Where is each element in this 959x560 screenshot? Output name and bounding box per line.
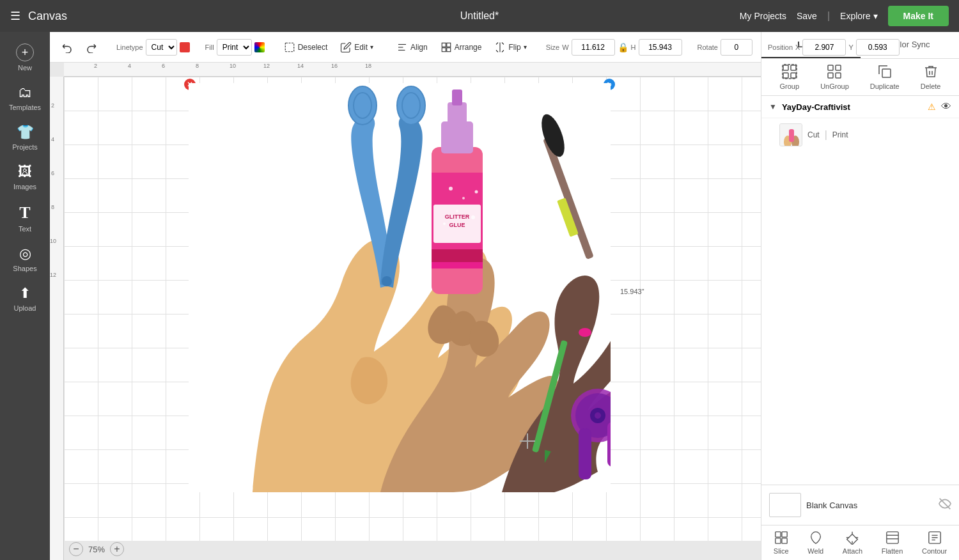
projects-icon: 👕 bbox=[17, 124, 34, 141]
svg-text:GLITTER: GLITTER bbox=[445, 214, 470, 220]
arrange-label: Arrange bbox=[455, 43, 482, 52]
top-nav: ☰ Canvas Untitled* My Projects Save | Ex… bbox=[0, 0, 959, 32]
nav-divider: | bbox=[827, 10, 830, 22]
svg-rect-5 bbox=[446, 43, 450, 47]
slice-button[interactable]: Slice bbox=[774, 531, 789, 555]
height-input[interactable] bbox=[639, 39, 682, 56]
sidebar-item-projects[interactable]: 👕 Projects bbox=[0, 118, 50, 157]
delete-label: Delete bbox=[921, 82, 941, 90]
group-button[interactable]: Group bbox=[780, 64, 800, 90]
nav-right: My Projects Save | Explore ▾ Make It bbox=[740, 6, 949, 26]
deselect-button[interactable]: Deselect bbox=[280, 39, 332, 56]
linetype-label: Linetype bbox=[116, 43, 143, 51]
ruler-mark-v: 4 bbox=[51, 136, 54, 143]
sidebar-item-text[interactable]: T Text bbox=[0, 197, 50, 239]
svg-rect-50 bbox=[836, 65, 841, 70]
zoom-out-button[interactable]: − bbox=[69, 542, 83, 556]
svg-rect-57 bbox=[789, 129, 794, 142]
x-input[interactable] bbox=[802, 39, 846, 56]
contour-label: Contour bbox=[922, 547, 947, 555]
flatten-label: Flatten bbox=[882, 547, 903, 555]
edit-button[interactable]: Edit ▾ bbox=[336, 39, 377, 56]
svg-point-37 bbox=[595, 412, 601, 419]
ruler-top: 2 4 6 8 10 12 14 16 18 bbox=[64, 63, 761, 77]
svg-rect-46 bbox=[783, 73, 788, 78]
left-sidebar: + New 🗂 Templates 👕 Projects 🖼 Images T … bbox=[0, 32, 50, 560]
ruler-mark: 16 bbox=[331, 63, 338, 69]
svg-rect-60 bbox=[776, 532, 781, 537]
layers-section: ▼ YayDay-Craftivist ⚠ 👁 Cut | Print bbox=[761, 96, 959, 485]
width-input[interactable] bbox=[572, 39, 615, 56]
linetype-color[interactable] bbox=[180, 42, 190, 52]
svg-rect-6 bbox=[442, 47, 446, 51]
redo-button[interactable] bbox=[82, 39, 101, 56]
sidebar-item-shapes[interactable]: ◎ Shapes bbox=[0, 239, 50, 279]
contour-button[interactable]: Contour bbox=[922, 531, 947, 555]
fill-select[interactable]: Print bbox=[217, 39, 252, 56]
weld-button[interactable]: Weld bbox=[807, 531, 823, 555]
duplicate-button[interactable]: Duplicate bbox=[870, 64, 900, 90]
images-icon: 🖼 bbox=[18, 164, 32, 180]
flatten-button[interactable]: Flatten bbox=[882, 531, 903, 555]
fill-color[interactable] bbox=[254, 42, 265, 52]
layer-item-yayday[interactable]: ▼ YayDay-Craftivist ⚠ 👁 bbox=[761, 96, 959, 118]
ungroup-label: UnGroup bbox=[820, 82, 849, 90]
align-button[interactable]: Align bbox=[393, 39, 432, 56]
bottom-tools: Slice Weld Attach Flatten Contour bbox=[761, 525, 959, 560]
hamburger-icon[interactable]: ☰ bbox=[10, 9, 20, 23]
shapes-icon: ◎ bbox=[19, 245, 31, 262]
save-link[interactable]: Save bbox=[797, 11, 817, 21]
ungroup-button[interactable]: UnGroup bbox=[820, 64, 849, 90]
layer-sub-print: Print bbox=[832, 130, 848, 139]
svg-rect-47 bbox=[791, 73, 796, 78]
y-label: Y bbox=[848, 43, 853, 51]
attach-button[interactable]: Attach bbox=[843, 531, 862, 555]
ruler-mark-v: 2 bbox=[51, 102, 54, 109]
upload-label: Upload bbox=[14, 304, 36, 312]
zoom-controls: − 75% + bbox=[69, 542, 124, 556]
x-label: X bbox=[795, 43, 800, 51]
blank-canvas-thumbnail bbox=[769, 493, 801, 517]
ungroup-icon bbox=[827, 64, 842, 81]
svg-rect-39 bbox=[607, 422, 611, 467]
svg-point-20 bbox=[462, 197, 465, 199]
ruler-mark: 14 bbox=[297, 63, 304, 69]
group-label: Group bbox=[780, 82, 800, 90]
text-icon: T bbox=[19, 203, 30, 222]
svg-rect-38 bbox=[579, 428, 591, 479]
delete-button[interactable]: Delete bbox=[921, 64, 941, 90]
svg-rect-29 bbox=[432, 262, 483, 268]
rotate-input[interactable] bbox=[721, 39, 752, 56]
lock-icon[interactable]: 🔒 bbox=[618, 42, 628, 52]
undo-button[interactable] bbox=[58, 39, 77, 56]
explore-button[interactable]: Explore ▾ bbox=[840, 11, 877, 21]
flip-label: Flip bbox=[508, 43, 520, 52]
svg-rect-18 bbox=[452, 89, 462, 105]
svg-point-19 bbox=[449, 187, 453, 191]
svg-point-13 bbox=[382, 276, 392, 286]
ruler-mark-v: 12 bbox=[50, 272, 56, 278]
my-projects-link[interactable]: My Projects bbox=[740, 11, 786, 21]
svg-rect-45 bbox=[791, 65, 796, 70]
flip-button[interactable]: Flip ▾ bbox=[490, 39, 530, 56]
layer-visibility-icon[interactable]: 👁 bbox=[941, 101, 951, 113]
blank-canvas-visibility-icon[interactable] bbox=[939, 497, 951, 513]
linetype-select[interactable]: Cut bbox=[146, 39, 177, 56]
sidebar-item-templates[interactable]: 🗂 Templates bbox=[0, 78, 50, 118]
position-group: Position X Y bbox=[768, 39, 900, 56]
arrange-button[interactable]: Arrange bbox=[437, 39, 486, 56]
projects-label: Projects bbox=[12, 143, 38, 151]
sidebar-item-new[interactable]: + New bbox=[0, 37, 50, 78]
sidebar-item-images[interactable]: 🖼 Images bbox=[0, 157, 50, 197]
shapes-label: Shapes bbox=[13, 265, 36, 272]
zoom-in-button[interactable]: + bbox=[110, 542, 124, 556]
sidebar-item-upload[interactable]: ⬆ Upload bbox=[0, 279, 50, 318]
make-it-button[interactable]: Make It bbox=[888, 6, 949, 26]
svg-rect-17 bbox=[448, 102, 467, 128]
svg-rect-63 bbox=[782, 538, 787, 543]
y-input[interactable] bbox=[856, 39, 900, 56]
svg-rect-0 bbox=[285, 43, 294, 52]
svg-line-59 bbox=[940, 498, 951, 509]
canvas-content[interactable]: ✕ ↻ 11.612" 15.943" bbox=[64, 77, 761, 541]
height-label: H bbox=[631, 43, 636, 51]
